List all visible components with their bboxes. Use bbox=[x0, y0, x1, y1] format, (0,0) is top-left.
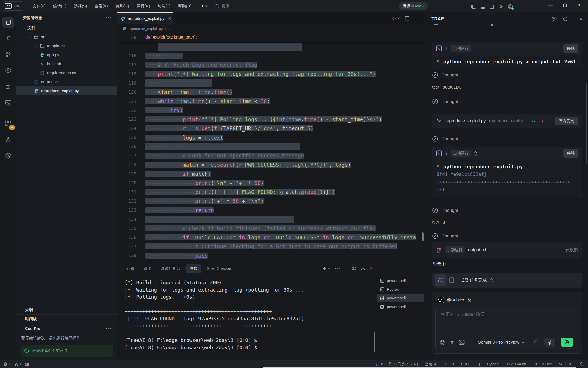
tree-item-output-txt[interactable]: output.txt bbox=[16, 77, 117, 86]
braces-status[interactable]: {} bbox=[478, 362, 480, 366]
account-icon[interactable] bbox=[508, 4, 513, 9]
attach-image-icon[interactable] bbox=[459, 340, 465, 345]
terminal-instance-Python[interactable]: Python bbox=[377, 285, 424, 294]
file-view-row[interactable]: 3 bbox=[432, 220, 445, 225]
tree-item---[interactable]: ›文件 bbox=[16, 23, 117, 32]
panel-tab-Spell Checker[interactable]: Spell Checker bbox=[203, 264, 235, 273]
terminal-instance-powershell[interactable]: powershell bbox=[377, 276, 424, 285]
ports-icon[interactable] bbox=[24, 362, 29, 366]
indentation-status[interactable]: 空格: 4 bbox=[425, 362, 436, 367]
terminal-output[interactable]: [*] Build triggered (Status: 200)[*] Wai… bbox=[125, 279, 304, 351]
task-list-icon[interactable] bbox=[435, 274, 446, 286]
debug-bug-icon[interactable] bbox=[2, 81, 14, 92]
cue-status[interactable]: CUE bbox=[559, 362, 573, 366]
extensions-icon[interactable] bbox=[2, 118, 14, 129]
terminal-instance-powershell[interactable]: powershell bbox=[377, 302, 424, 311]
preview-eye-icon[interactable] bbox=[2, 65, 14, 76]
settings-gear-icon[interactable]: ⚙ bbox=[499, 4, 503, 10]
encoding-status[interactable]: UTF-8 bbox=[443, 362, 454, 366]
terminal-instance-powershell[interactable]: powershell bbox=[377, 294, 424, 302]
thought-row[interactable]: Thought bbox=[432, 98, 458, 105]
tree-item-app-py[interactable]: app.py bbox=[16, 50, 117, 59]
toggle-sidebar-left-icon[interactable] bbox=[471, 5, 476, 9]
search-sidebar-icon[interactable] bbox=[2, 33, 14, 44]
thought-row[interactable]: Thought bbox=[432, 233, 458, 239]
cuepro-more-icon[interactable]: ··· bbox=[106, 326, 112, 331]
task-doc-icon[interactable] bbox=[446, 274, 457, 286]
remote-terminal-icon[interactable] bbox=[2, 97, 14, 108]
panel-tab-调试控制台[interactable]: 调试控制台 bbox=[157, 264, 184, 273]
package-box-icon[interactable] bbox=[2, 150, 14, 161]
terminal-scrollbar[interactable] bbox=[374, 332, 375, 352]
maximize-icon[interactable] bbox=[563, 3, 567, 7]
toggle-sidebar-right-icon[interactable] bbox=[490, 5, 494, 9]
thought-row[interactable]: Thought bbox=[432, 207, 458, 214]
history-icon[interactable] bbox=[562, 16, 568, 22]
tab-close-icon[interactable]: ✕ bbox=[168, 16, 171, 21]
chat-input[interactable]: 您正在与 Builder 聊天 @ # Gemini-3-Pro-Preview bbox=[435, 307, 578, 350]
file-edit-card[interactable]: reproduce_exploit.py reproduce_exploit..… bbox=[432, 114, 582, 128]
model-selector[interactable]: Gemini-3-Pro-Preview bbox=[478, 340, 524, 345]
tree-item-reproduce-exploit-py[interactable]: reproduce_exploit.py bbox=[16, 86, 117, 95]
panel-tab-问题[interactable]: 问题 bbox=[123, 264, 138, 273]
tree-item-build-sh[interactable]: $build.sh bbox=[16, 59, 117, 68]
nav-forward-icon[interactable]: → bbox=[451, 2, 459, 10]
python-version-status[interactable]: 3.12.8 64-bit bbox=[506, 362, 526, 366]
menu-item[interactable]: 文件(F) bbox=[29, 2, 49, 10]
panel-tab-终端[interactable]: 终端 bbox=[186, 264, 201, 273]
trae-scrollbar[interactable] bbox=[586, 83, 587, 164]
minimize-icon[interactable]: — bbox=[548, 2, 553, 8]
menu-item[interactable]: 选择(S) bbox=[71, 2, 90, 10]
code-content[interactable]: 116············117····# 3. Fetch Logs an… bbox=[117, 42, 424, 264]
microphone-button[interactable] bbox=[544, 338, 555, 347]
menu-item[interactable]: 运行(R) bbox=[133, 2, 153, 10]
open-terminal-button[interactable]: 终端 bbox=[563, 149, 578, 158]
open-terminal-button[interactable]: 终端 bbox=[563, 44, 578, 53]
file-view-row[interactable]: output.txt bbox=[432, 85, 461, 90]
builder-agent-name[interactable]: @Builder bbox=[447, 298, 464, 302]
close-panel-icon[interactable]: × bbox=[579, 16, 583, 22]
cuepro-section[interactable]: › Cue-Pro ··· bbox=[16, 324, 117, 333]
problems-status[interactable]: 0 0 bbox=[3, 362, 22, 366]
context-hash-icon[interactable]: # bbox=[450, 339, 453, 345]
menu-item[interactable]: 编辑(E) bbox=[50, 2, 70, 10]
panel-more-icon[interactable]: ··· bbox=[335, 266, 341, 271]
tree-item-requirements-txt[interactable]: requirements.txt bbox=[16, 68, 117, 77]
menu-item[interactable]: 转到(G) bbox=[112, 2, 132, 10]
toggle-panel-bottom-icon[interactable] bbox=[481, 5, 485, 9]
thought-row[interactable]: Thought bbox=[432, 136, 458, 142]
panel-maximize-icon[interactable] bbox=[361, 267, 365, 270]
panel-close-icon[interactable]: × bbox=[369, 265, 372, 271]
run-dropdown-icon[interactable] bbox=[397, 17, 400, 19]
task-progress-bar[interactable]: 2/3 任务完成 bbox=[432, 273, 582, 288]
panel-tab-输出[interactable]: 输出 bbox=[140, 264, 155, 273]
mention-icon[interactable]: @ bbox=[440, 339, 445, 345]
eol-status[interactable]: CRLF bbox=[461, 362, 471, 366]
tree-item-templates[interactable]: ›templates bbox=[16, 41, 117, 50]
go-live-status[interactable]: Go Live bbox=[533, 362, 552, 366]
breadcrumb[interactable]: reproduce_exploit.py › ... bbox=[117, 24, 424, 33]
run-file-icon[interactable]: ▷ bbox=[392, 16, 396, 21]
global-search[interactable]: 搜索 bbox=[215, 4, 229, 9]
timeline-section[interactable]: ›时间线 bbox=[16, 314, 117, 324]
upgrade-pro-button[interactable]: 升级到 Pro › bbox=[399, 2, 428, 10]
selector-updown-icon[interactable] bbox=[474, 151, 477, 156]
split-editor-icon[interactable] bbox=[405, 16, 409, 21]
view-changes-button[interactable]: 查看变更 bbox=[555, 117, 578, 125]
terminal-filter-icon[interactable] bbox=[351, 266, 356, 271]
menu-item[interactable]: 查看(V) bbox=[91, 2, 111, 10]
menu-item[interactable]: 帮助(H) bbox=[175, 2, 195, 10]
new-terminal-icon[interactable] bbox=[322, 267, 330, 271]
cursor-position-status[interactable]: 行 169, 列 1 (已选择5707) bbox=[376, 362, 418, 367]
thought-row[interactable]: Thought bbox=[432, 72, 458, 78]
test-flask-icon[interactable] bbox=[2, 134, 14, 145]
new-chat-icon[interactable] bbox=[551, 16, 557, 22]
nav-back-icon[interactable]: ← bbox=[440, 2, 448, 10]
language-status[interactable]: Python bbox=[487, 362, 499, 366]
notifications-bell-icon[interactable] bbox=[580, 362, 584, 366]
explorer-icon[interactable] bbox=[2, 17, 14, 28]
editor-more-icon[interactable]: ··· bbox=[414, 16, 420, 21]
sidebar-more-icon[interactable]: ··· bbox=[106, 15, 112, 20]
app-logo[interactable]: IDE bbox=[3, 1, 24, 11]
builder-tools-icon[interactable]: ⚒ bbox=[467, 298, 471, 303]
